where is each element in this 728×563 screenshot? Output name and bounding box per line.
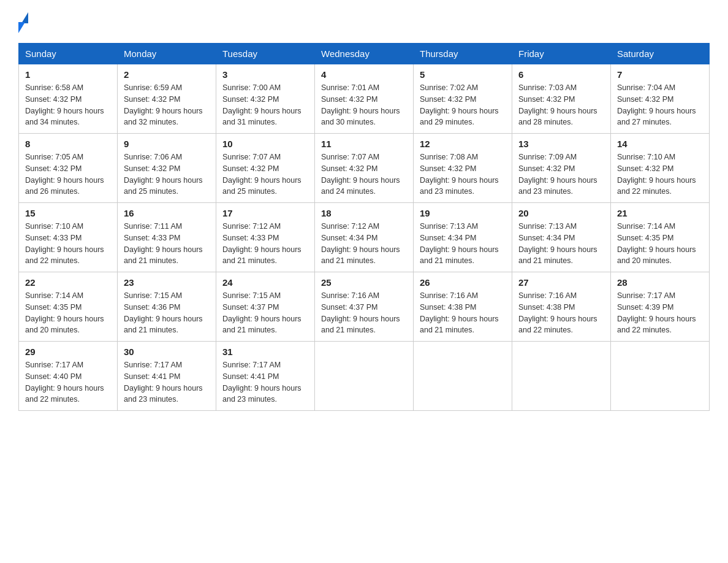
day-number: 22 xyxy=(25,277,111,288)
day-info: Sunrise: 7:13 AM Sunset: 4:34 PM Dayligh… xyxy=(420,221,506,267)
weekday-header-sunday: Sunday xyxy=(19,44,118,64)
day-info: Sunrise: 7:12 AM Sunset: 4:34 PM Dayligh… xyxy=(321,221,407,267)
day-info: Sunrise: 7:17 AM Sunset: 4:41 PM Dayligh… xyxy=(222,359,308,405)
calendar-day-cell: 4 Sunrise: 7:01 AM Sunset: 4:32 PM Dayli… xyxy=(315,64,414,134)
day-number: 10 xyxy=(222,139,308,149)
day-info: Sunrise: 7:15 AM Sunset: 4:37 PM Dayligh… xyxy=(222,290,308,336)
calendar-day-cell xyxy=(315,342,414,411)
weekday-header-monday: Monday xyxy=(118,44,216,64)
day-number: 26 xyxy=(420,277,506,288)
day-number: 12 xyxy=(420,139,506,149)
day-number: 8 xyxy=(25,139,111,149)
day-info: Sunrise: 7:10 AM Sunset: 4:33 PM Dayligh… xyxy=(25,221,111,267)
day-number: 3 xyxy=(222,69,308,80)
day-number: 15 xyxy=(25,208,111,218)
calendar-day-cell: 22 Sunrise: 7:14 AM Sunset: 4:35 PM Dayl… xyxy=(19,272,118,342)
calendar-day-cell: 27 Sunrise: 7:16 AM Sunset: 4:38 PM Dayl… xyxy=(512,272,611,342)
day-info: Sunrise: 7:15 AM Sunset: 4:36 PM Dayligh… xyxy=(124,290,210,336)
day-info: Sunrise: 7:05 AM Sunset: 4:32 PM Dayligh… xyxy=(25,151,111,197)
day-number: 29 xyxy=(25,347,111,357)
calendar-day-cell: 30 Sunrise: 7:17 AM Sunset: 4:41 PM Dayl… xyxy=(118,342,216,411)
weekday-header-thursday: Thursday xyxy=(414,44,512,64)
calendar-table: SundayMondayTuesdayWednesdayThursdayFrid… xyxy=(18,43,710,411)
calendar-day-cell: 29 Sunrise: 7:17 AM Sunset: 4:40 PM Dayl… xyxy=(19,342,118,411)
day-number: 30 xyxy=(124,347,210,357)
day-number: 17 xyxy=(222,208,308,218)
day-info: Sunrise: 7:13 AM Sunset: 4:34 PM Dayligh… xyxy=(518,221,604,267)
calendar-day-cell: 5 Sunrise: 7:02 AM Sunset: 4:32 PM Dayli… xyxy=(414,64,512,134)
calendar-day-cell: 28 Sunrise: 7:17 AM Sunset: 4:39 PM Dayl… xyxy=(611,272,710,342)
weekday-header-wednesday: Wednesday xyxy=(315,44,414,64)
calendar-day-cell: 23 Sunrise: 7:15 AM Sunset: 4:36 PM Dayl… xyxy=(118,272,216,342)
calendar-day-cell: 20 Sunrise: 7:13 AM Sunset: 4:34 PM Dayl… xyxy=(512,203,611,272)
day-info: Sunrise: 7:06 AM Sunset: 4:32 PM Dayligh… xyxy=(124,151,210,197)
day-number: 27 xyxy=(518,277,604,288)
calendar-day-cell: 21 Sunrise: 7:14 AM Sunset: 4:35 PM Dayl… xyxy=(611,203,710,272)
calendar-day-cell: 25 Sunrise: 7:16 AM Sunset: 4:37 PM Dayl… xyxy=(315,272,414,342)
calendar-day-cell: 11 Sunrise: 7:07 AM Sunset: 4:32 PM Dayl… xyxy=(315,134,414,203)
calendar-day-cell: 18 Sunrise: 7:12 AM Sunset: 4:34 PM Dayl… xyxy=(315,203,414,272)
day-info: Sunrise: 6:58 AM Sunset: 4:32 PM Dayligh… xyxy=(25,82,111,128)
day-number: 20 xyxy=(518,208,604,218)
calendar-day-cell: 1 Sunrise: 6:58 AM Sunset: 4:32 PM Dayli… xyxy=(19,64,118,134)
day-number: 4 xyxy=(321,69,407,80)
calendar-day-cell: 2 Sunrise: 6:59 AM Sunset: 4:32 PM Dayli… xyxy=(118,64,216,134)
calendar-week-row: 22 Sunrise: 7:14 AM Sunset: 4:35 PM Dayl… xyxy=(19,272,710,342)
day-number: 5 xyxy=(420,69,506,80)
calendar-day-cell xyxy=(512,342,611,411)
calendar-day-cell: 13 Sunrise: 7:09 AM Sunset: 4:32 PM Dayl… xyxy=(512,134,611,203)
day-info: Sunrise: 7:02 AM Sunset: 4:32 PM Dayligh… xyxy=(420,82,506,128)
day-info: Sunrise: 7:03 AM Sunset: 4:32 PM Dayligh… xyxy=(518,82,604,128)
weekday-header-row: SundayMondayTuesdayWednesdayThursdayFrid… xyxy=(19,44,710,64)
calendar-day-cell: 7 Sunrise: 7:04 AM Sunset: 4:32 PM Dayli… xyxy=(611,64,710,134)
calendar-day-cell: 8 Sunrise: 7:05 AM Sunset: 4:32 PM Dayli… xyxy=(19,134,118,203)
day-number: 13 xyxy=(518,139,604,149)
calendar-week-row: 8 Sunrise: 7:05 AM Sunset: 4:32 PM Dayli… xyxy=(19,134,710,203)
calendar-day-cell xyxy=(414,342,512,411)
day-number: 24 xyxy=(222,277,308,288)
day-number: 2 xyxy=(124,69,210,80)
day-info: Sunrise: 7:12 AM Sunset: 4:33 PM Dayligh… xyxy=(222,221,308,267)
day-number: 7 xyxy=(617,69,703,80)
calendar-day-cell: 16 Sunrise: 7:11 AM Sunset: 4:33 PM Dayl… xyxy=(118,203,216,272)
day-number: 6 xyxy=(518,69,604,80)
calendar-day-cell: 17 Sunrise: 7:12 AM Sunset: 4:33 PM Dayl… xyxy=(216,203,315,272)
day-info: Sunrise: 7:17 AM Sunset: 4:41 PM Dayligh… xyxy=(124,359,210,405)
calendar-day-cell: 19 Sunrise: 7:13 AM Sunset: 4:34 PM Dayl… xyxy=(414,203,512,272)
day-number: 31 xyxy=(222,347,308,357)
calendar-day-cell: 6 Sunrise: 7:03 AM Sunset: 4:32 PM Dayli… xyxy=(512,64,611,134)
day-number: 1 xyxy=(25,69,111,80)
calendar-day-cell: 10 Sunrise: 7:07 AM Sunset: 4:32 PM Dayl… xyxy=(216,134,315,203)
calendar-day-cell: 9 Sunrise: 7:06 AM Sunset: 4:32 PM Dayli… xyxy=(118,134,216,203)
calendar-day-cell: 26 Sunrise: 7:16 AM Sunset: 4:38 PM Dayl… xyxy=(414,272,512,342)
day-info: Sunrise: 7:00 AM Sunset: 4:32 PM Dayligh… xyxy=(222,82,308,128)
calendar-day-cell: 14 Sunrise: 7:10 AM Sunset: 4:32 PM Dayl… xyxy=(611,134,710,203)
day-info: Sunrise: 7:16 AM Sunset: 4:38 PM Dayligh… xyxy=(518,290,604,336)
day-number: 25 xyxy=(321,277,407,288)
day-info: Sunrise: 7:01 AM Sunset: 4:32 PM Dayligh… xyxy=(321,82,407,128)
day-number: 19 xyxy=(420,208,506,218)
day-number: 9 xyxy=(124,139,210,149)
calendar-week-row: 1 Sunrise: 6:58 AM Sunset: 4:32 PM Dayli… xyxy=(19,64,710,134)
calendar-week-row: 15 Sunrise: 7:10 AM Sunset: 4:33 PM Dayl… xyxy=(19,203,710,272)
day-info: Sunrise: 7:14 AM Sunset: 4:35 PM Dayligh… xyxy=(617,221,703,267)
calendar-day-cell: 31 Sunrise: 7:17 AM Sunset: 4:41 PM Dayl… xyxy=(216,342,315,411)
day-number: 28 xyxy=(617,277,703,288)
day-number: 11 xyxy=(321,139,407,149)
day-info: Sunrise: 7:17 AM Sunset: 4:40 PM Dayligh… xyxy=(25,359,111,405)
day-info: Sunrise: 7:16 AM Sunset: 4:37 PM Dayligh… xyxy=(321,290,407,336)
weekday-header-saturday: Saturday xyxy=(611,44,710,64)
day-number: 14 xyxy=(617,139,703,149)
calendar-day-cell: 12 Sunrise: 7:08 AM Sunset: 4:32 PM Dayl… xyxy=(414,134,512,203)
day-number: 16 xyxy=(124,208,210,218)
calendar-day-cell xyxy=(611,342,710,411)
day-info: Sunrise: 7:09 AM Sunset: 4:32 PM Dayligh… xyxy=(518,151,604,197)
logo xyxy=(18,12,28,33)
day-number: 18 xyxy=(321,208,407,218)
day-info: Sunrise: 7:07 AM Sunset: 4:32 PM Dayligh… xyxy=(321,151,407,197)
header xyxy=(18,12,710,33)
day-info: Sunrise: 7:11 AM Sunset: 4:33 PM Dayligh… xyxy=(124,221,210,267)
calendar-day-cell: 3 Sunrise: 7:00 AM Sunset: 4:32 PM Dayli… xyxy=(216,64,315,134)
day-info: Sunrise: 7:04 AM Sunset: 4:32 PM Dayligh… xyxy=(617,82,703,128)
day-info: Sunrise: 7:17 AM Sunset: 4:39 PM Dayligh… xyxy=(617,290,703,336)
